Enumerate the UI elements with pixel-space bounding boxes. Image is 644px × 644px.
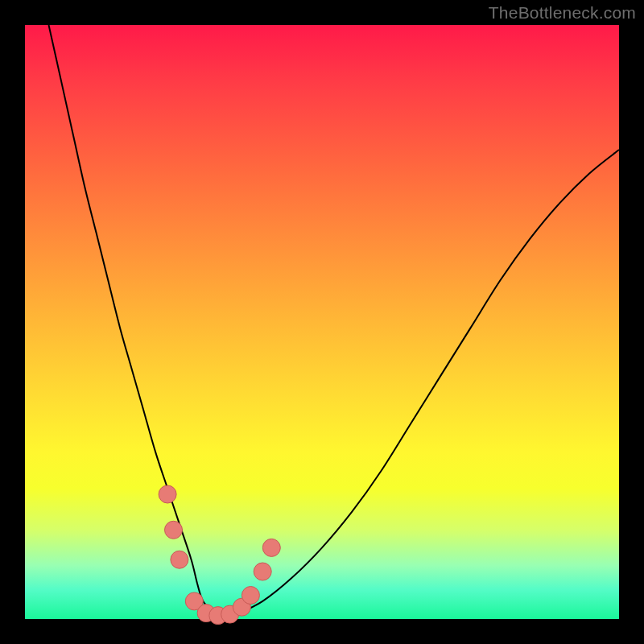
bottleneck-curve	[49, 25, 620, 616]
data-marker	[262, 539, 280, 556]
data-marker	[159, 485, 176, 503]
data-marker	[254, 563, 271, 580]
outer-frame: TheBottleneck.com	[0, 0, 644, 644]
curve-layer	[25, 25, 619, 619]
data-marker	[171, 551, 188, 568]
watermark-text: TheBottleneck.com	[489, 3, 636, 23]
data-marker	[165, 521, 183, 539]
marker-group	[159, 485, 280, 625]
plot-area	[25, 25, 619, 619]
data-marker	[242, 587, 259, 605]
